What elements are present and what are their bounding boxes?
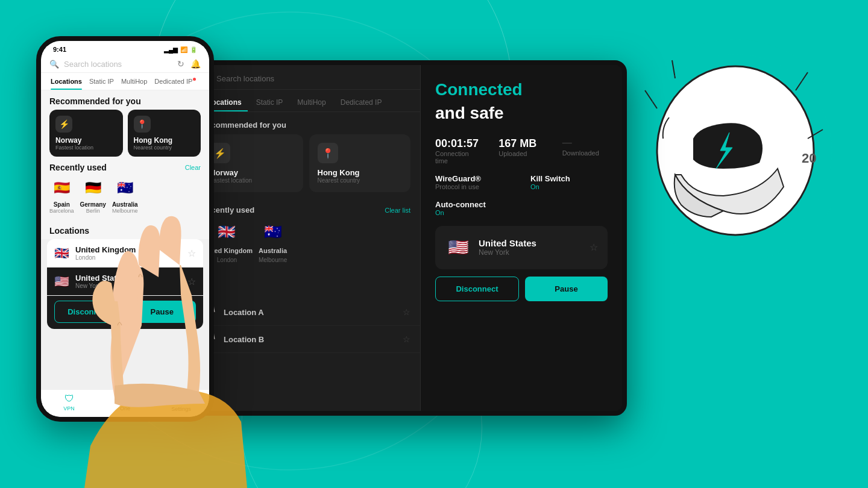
phone-nav-one-label: One — [120, 405, 130, 411]
tablet-rec-norway[interactable]: ⚡ Norway Fastest location — [201, 134, 303, 192]
phone-rec-norway[interactable]: ⚡ Norway Fastest location — [49, 110, 123, 157]
svg-text:20: 20 — [802, 151, 816, 166]
tablet-pause-button[interactable]: Pause — [525, 277, 608, 301]
tablet-uploaded-value: 167 MB — [498, 137, 544, 150]
svg-line-6 — [796, 72, 808, 90]
tablet-loc2-star[interactable]: ☆ — [403, 334, 410, 344]
tablet-connection-time-label: Connection time — [435, 150, 480, 164]
tablet-downloaded-label: Downloaded — [562, 149, 608, 157]
tablet-protocol-label: Protocol in use — [435, 183, 512, 190]
phone-recent-germany[interactable]: 🇩🇪 Germany Berlin — [80, 177, 106, 214]
tablet-uploaded-stat: 167 MB Uploaded — [498, 137, 544, 164]
tablet-connection-time-stat: 00:01:57 Connection time — [435, 137, 480, 164]
phone-recent-spain[interactable]: 🇪🇸 Spain Barcelona — [49, 177, 74, 214]
phone-wifi-icon: 📶 — [180, 46, 187, 53]
phone-tab-multihop[interactable]: MultiHop — [118, 75, 151, 90]
phone-germany-city: Berlin — [80, 208, 106, 214]
phone-nav-vpn[interactable]: 🛡 VPN — [41, 393, 97, 412]
phone-disconnect-button[interactable]: Disconnect — [54, 301, 124, 323]
phone-spain-name: Spain — [49, 201, 74, 208]
phone-uk-star[interactable]: ☆ — [187, 248, 196, 259]
phone-nav-settings-label: Settings — [171, 406, 191, 412]
tablet-location-item-1[interactable]: 🏳️ Location A ☆ — [192, 299, 420, 326]
phone-us-flag: 🇺🇸 — [54, 274, 69, 289]
phone-uk-name: United Kingdom — [75, 245, 181, 254]
tablet-loc1-info: Location A — [224, 308, 395, 317]
tablet-uk-city: London — [217, 257, 237, 263]
tablet-rec-norway-sub: Fastest location — [210, 177, 295, 184]
phone-us-info: United States New York — [75, 274, 181, 289]
phone-battery-icon: 🔋 — [190, 46, 197, 53]
phone-pause-button[interactable]: Pause — [128, 301, 197, 323]
phone-search-right-icons: ↻ 🔔 — [177, 59, 201, 69]
tablet-search-input[interactable]: Search locations — [216, 74, 274, 83]
phone-nav-one-icon: 🛡 — [97, 393, 153, 404]
phone-screen: 9:41 ▂▄▆ 📶 🔋 🔍 Search locations ↻ 🔔 Loca… — [41, 41, 209, 417]
phone-tabs: Locations Static IP MultiHop Dedicated I… — [41, 73, 209, 90]
tablet-clear-btn[interactable]: Clear list — [385, 207, 410, 214]
tablet-active-star[interactable]: ☆ — [590, 242, 598, 253]
phone-uk-flag: 🇬🇧 — [54, 246, 69, 260]
phone-search-bar[interactable]: 🔍 Search locations ↻ 🔔 — [41, 55, 209, 73]
tablet-tab-dedicated[interactable]: Dedicated IP — [335, 96, 388, 111]
phone-germany-flag: 🇩🇪 — [82, 177, 104, 199]
tablet-loc1-name: Location A — [224, 308, 395, 317]
tablet-active-location: 🇺🇸 United States New York ☆ — [435, 226, 608, 269]
tablet-disconnect-button[interactable]: Disconnect — [435, 277, 519, 301]
tablet-locations-section: s 🏳️ Location A ☆ 🏳️ Location B ☆ — [192, 272, 420, 358]
tablet-rec-hongkong[interactable]: 📍 Hong Kong Nearest country — [309, 134, 411, 192]
tablet-au-city: Melbourne — [259, 257, 287, 263]
phone-nav-vpn-label: VPN — [63, 405, 75, 411]
phone-nav-settings[interactable]: ⚙ Settings — [153, 393, 209, 412]
tablet-location-item-2[interactable]: 🏳️ Location B ☆ — [192, 326, 420, 353]
tablet-autoconnect: Auto-connect On — [435, 200, 608, 216]
phone-content: Recommended for you ⚡ Norway Fastest loc… — [41, 90, 209, 389]
tablet-recommended-title: Recommended for you — [192, 112, 420, 134]
tablet-protocol-item: WireGuard® Protocol in use — [435, 174, 512, 190]
phone-us-star[interactable]: ☆ — [187, 276, 196, 287]
phone-bell-icon[interactable]: 🔔 — [190, 59, 201, 69]
tablet-tab-multihop[interactable]: MultiHop — [291, 96, 332, 111]
phone-us-city: New York — [75, 283, 181, 289]
phone-clear-btn[interactable]: Clear — [185, 164, 201, 171]
tablet-tab-static[interactable]: Static IP — [250, 96, 289, 111]
phone-tab-locations[interactable]: Locations — [47, 75, 86, 90]
tablet-stats-row: 00:01:57 Connection time 167 MB Uploaded… — [435, 137, 608, 164]
phone-tab-dot — [193, 78, 196, 81]
tablet-downloaded-stat: — Downloaded — [562, 137, 608, 164]
phone-us-name: United States — [75, 274, 181, 283]
tablet-action-row: Disconnect Pause — [435, 277, 608, 301]
tablet-rec-pin-icon: 📍 — [318, 143, 338, 163]
tablet-search-bar[interactable]: 🔍 Search locations — [192, 65, 420, 90]
phone-search-placeholder[interactable]: Search locations — [64, 60, 172, 69]
tablet-autoconnect-val: On — [435, 209, 608, 216]
tablet-loc2-name: Location B — [224, 335, 395, 344]
phone-recently-title: Recently used — [49, 163, 107, 172]
tablet-au-name: Australia — [259, 247, 287, 254]
phone-recently-header: Recently used Clear — [49, 163, 201, 172]
phone-rec-hongkong-sub: Nearest country — [134, 145, 195, 151]
tablet-active-city: New York — [479, 248, 582, 257]
tablet-kill-switch-name: Kill Switch — [530, 174, 608, 183]
tablet-recently-header: Recently used Clear list — [192, 201, 420, 219]
tablet-recently-used-list: 🇬🇧 United Kingdom London 🇦🇺 Australia Me… — [192, 219, 420, 272]
tablet-content-area: Recommended for you ⚡ Norway Fastest loc… — [192, 112, 420, 411]
phone-rec-hongkong[interactable]: 📍 Hong Kong Nearest country — [128, 110, 201, 157]
phone-location-uk[interactable]: 🇬🇧 United Kingdom London ☆ — [47, 239, 203, 267]
phone-germany-name: Germany — [80, 201, 106, 208]
tablet-loc1-star[interactable]: ☆ — [403, 307, 410, 317]
phone-uk-info: United Kingdom London — [75, 245, 181, 261]
phone-recently-used: Recently used Clear 🇪🇸 Spain Barcelona 🇩… — [41, 163, 209, 220]
phone-recently-items: 🇪🇸 Spain Barcelona 🇩🇪 Germany Berlin 🇦🇺 … — [49, 177, 201, 214]
helmet-illustration: 20 — [603, 18, 832, 319]
phone-nav-one[interactable]: 🛡 One — [97, 393, 153, 412]
tablet-active-info: United States New York — [479, 238, 582, 257]
phone-recent-australia[interactable]: 🇦🇺 Australia Melbourne — [112, 177, 138, 214]
phone-tab-dedicated[interactable]: Dedicated IP — [151, 75, 200, 90]
phone-location-us[interactable]: 🇺🇸 United States New York ☆ — [47, 267, 203, 296]
phone-nav-settings-icon: ⚙ — [153, 393, 209, 405]
phone-tab-static[interactable]: Static IP — [86, 75, 118, 90]
phone-refresh-icon[interactable]: ↻ — [177, 59, 184, 69]
tablet-connected-line1: Connected — [435, 80, 608, 100]
tablet-recent-australia[interactable]: 🇦🇺 Australia Melbourne — [259, 219, 287, 263]
